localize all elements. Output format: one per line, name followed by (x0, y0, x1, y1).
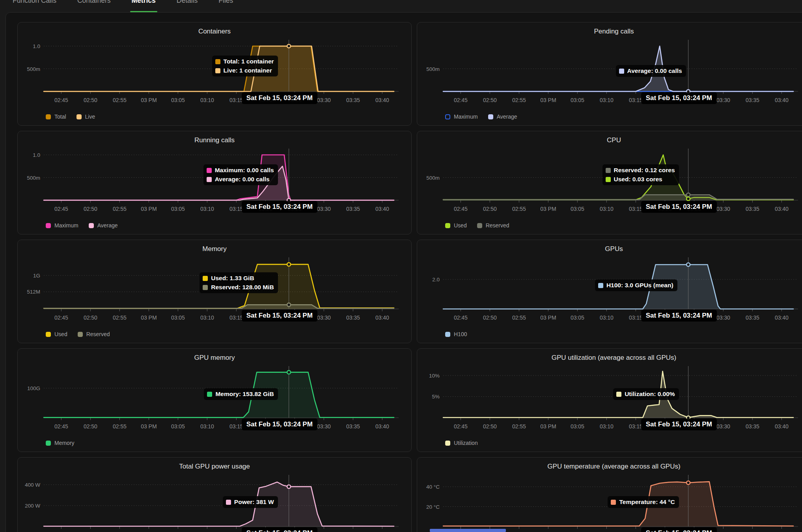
series-line-reserved (443, 195, 793, 200)
x-axis-tick-label: 03:10 (600, 423, 614, 430)
tab-metrics[interactable]: Metrics (131, 0, 157, 5)
x-axis-tick-label: 03:40 (775, 206, 789, 212)
legend-label: Used (54, 331, 67, 337)
x-axis-tick-label: 03:40 (375, 206, 389, 212)
chart-canvas[interactable]: 10%5%02:4502:5002:5503 PM03:0503:1003:15… (417, 349, 802, 452)
cursor-time-tooltip: Sat Feb 15, 03:24 PM (641, 201, 717, 213)
chart-panel-gpu-power: Total GPU power usage400 W200 W02:4502:5… (17, 457, 412, 532)
chart-tooltip: Used: 1.33 GiBReserved: 128.00 MiB (200, 272, 278, 293)
tooltip-value: Reserved: 0.12 cores (614, 167, 675, 174)
legend-swatch-icon (78, 332, 83, 337)
tooltip-swatch-icon (203, 285, 208, 290)
legend-item-reserved[interactable]: Reserved (477, 222, 509, 229)
x-axis-tick-label: 02:45 (54, 314, 68, 321)
chart-legend: H100 (445, 331, 467, 337)
cursor-time-tooltip: Sat Feb 15, 03:24 PM (242, 310, 317, 322)
tooltip-swatch-icon (203, 276, 208, 281)
x-axis-tick-label: 03:05 (171, 423, 185, 430)
legend-item-h100[interactable]: H100 (445, 331, 467, 337)
chart-canvas[interactable]: 2.002:4502:5002:5503 PM03:0503:1003:1503… (417, 240, 802, 343)
x-axis-tick-label: 02:50 (483, 423, 497, 430)
legend-swatch-icon (46, 332, 51, 337)
tooltip-value: H100: 3.0 GPUs (mean) (606, 282, 673, 289)
tab-function-calls[interactable]: Function Calls (12, 0, 57, 5)
tooltip-value: Reserved: 128.00 MiB (211, 284, 274, 291)
x-axis-tick-label: 03:40 (375, 423, 389, 430)
y-axis-tick-label: 1.0 (33, 43, 40, 49)
chart-tooltip: Average: 0.00 calls (616, 65, 686, 77)
x-axis-tick-label: 03:40 (775, 314, 789, 321)
legend-item-used[interactable]: Used (46, 331, 67, 337)
legend-swatch-icon (46, 223, 51, 228)
legend-item-maximum[interactable]: Maximum (445, 113, 478, 120)
chart-tooltip: Memory: 153.82 GiB (204, 388, 278, 400)
x-axis-tick-label: 03:30 (317, 97, 331, 103)
chart-legend: UsedReserved (445, 222, 509, 229)
legend-item-utilization[interactable]: Utilization (445, 440, 478, 446)
cursor-time-tooltip: Sat Feb 15, 03:24 PM (641, 92, 717, 104)
tab-list: Function CallsContainersMetricsDetailsFi… (12, 0, 234, 5)
x-axis-tick-label: 03:35 (746, 206, 759, 212)
tooltip-value: Utilization: 0.00% (625, 391, 675, 398)
cursor-time-tooltip: Sat Feb 15, 03:24 PM (641, 419, 717, 430)
tab-details[interactable]: Details (176, 0, 199, 5)
x-axis-tick-label: 03:35 (346, 206, 360, 212)
y-axis-tick-label: 1.0 (33, 152, 40, 158)
y-axis-tick-label: 5% (432, 394, 440, 400)
x-axis-tick-label: 03:30 (716, 97, 730, 103)
legend-item-maximum[interactable]: Maximum (46, 222, 78, 229)
chart-panel-gpu-memory: GPU memory100G02:4502:5002:5503 PM03:050… (17, 348, 412, 452)
legend-item-average[interactable]: Average (488, 113, 517, 120)
tab-containers[interactable]: Containers (76, 0, 112, 5)
x-axis-tick-label: 03:05 (171, 206, 185, 212)
legend-swatch-icon (445, 332, 450, 337)
legend-item-memory[interactable]: Memory (46, 440, 75, 446)
tooltip-swatch-icon (215, 59, 220, 64)
x-axis-tick-label: 03:40 (775, 97, 789, 103)
legend-item-used[interactable]: Used (445, 222, 467, 229)
x-axis-tick-label: 02:45 (54, 423, 68, 430)
x-axis-tick-label: 02:45 (454, 97, 468, 103)
x-axis-tick-label: 03:35 (746, 314, 759, 321)
tooltip-swatch-icon (215, 68, 220, 73)
series-line-power (44, 482, 394, 526)
chart-tooltip: Utilization: 0.00% (613, 388, 679, 400)
x-axis-tick-label: 02:55 (512, 206, 526, 212)
x-axis-tick-label: 03:40 (775, 423, 789, 430)
metrics-dashboard: Containers1.0500m02:4502:5002:5503 PM03:… (6, 12, 802, 532)
tooltip-swatch-icon (207, 168, 212, 173)
legend-item-live[interactable]: Live (76, 113, 95, 120)
chart-tooltip: Maximum: 0.00 callsAverage: 0.00 calls (203, 164, 278, 185)
y-axis-tick-label: 100G (27, 385, 40, 391)
chart-tooltip: Power: 381 W (223, 496, 278, 508)
tooltip-value: Memory: 153.82 GiB (215, 391, 274, 398)
x-axis-tick-label: 02:45 (54, 97, 68, 103)
x-axis-tick-label: 03 PM (141, 97, 157, 103)
x-axis-tick-label: 03:10 (200, 206, 214, 212)
cursor-time-tooltip: Sat Feb 15, 03:24 PM (641, 527, 717, 532)
x-axis-tick-label: 03:35 (346, 314, 360, 321)
cursor-marker (686, 197, 690, 201)
charts-grid: Containers1.0500m02:4502:5002:5503 PM03:… (17, 22, 802, 532)
tooltip-swatch-icon (611, 500, 616, 505)
cursor-marker (686, 263, 690, 266)
x-axis-tick-label: 03 PM (141, 206, 157, 212)
tab-files[interactable]: Files (218, 0, 234, 5)
x-axis-tick-label: 02:55 (512, 423, 526, 430)
chart-canvas[interactable]: 100G02:4502:5002:5503 PM03:0503:1003:150… (18, 349, 412, 452)
x-axis-tick-label: 03:30 (716, 423, 730, 430)
cursor-marker (287, 485, 291, 488)
chart-canvas[interactable]: 40 °C20 °C02:4502:5002:5503 PM03:0503:10… (417, 458, 802, 532)
x-axis-tick-label: 03:35 (346, 97, 360, 103)
x-axis-tick-label: 03:10 (200, 423, 214, 430)
x-axis-tick-label: 03 PM (540, 314, 556, 321)
legend-item-average[interactable]: Average (89, 222, 118, 229)
chart-canvas[interactable]: 500m02:4502:5002:5503 PM03:0503:1003:150… (417, 22, 802, 126)
legend-item-total[interactable]: Total (46, 113, 66, 120)
legend-label: Reserved (486, 222, 509, 229)
legend-label: Used (454, 222, 467, 229)
tooltip-value: Used: 0.03 cores (614, 176, 662, 183)
x-axis-tick-label: 02:50 (483, 206, 497, 212)
legend-item-reserved[interactable]: Reserved (78, 331, 110, 337)
chart-canvas[interactable]: 400 W200 W02:4502:5002:5503 PM03:0503:10… (18, 458, 412, 532)
